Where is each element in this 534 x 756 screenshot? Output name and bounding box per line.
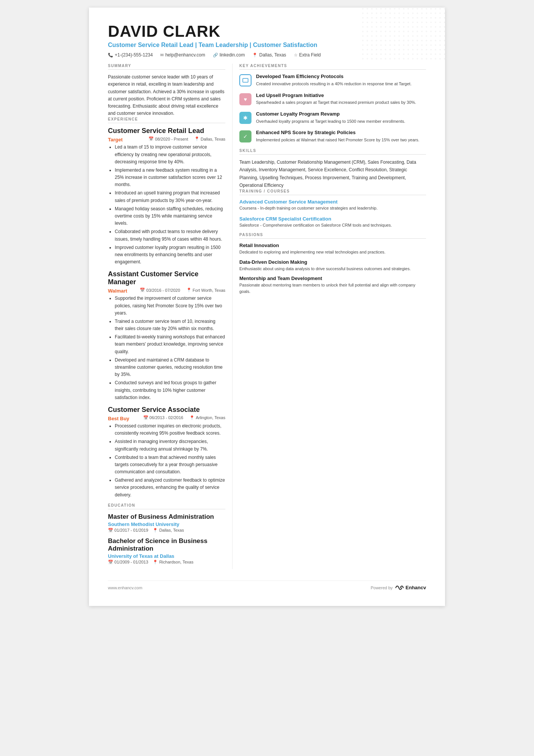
passion-title: Retail Innovation <box>239 243 426 248</box>
job-bullets: Supported the improvement of customer se… <box>108 295 225 401</box>
bullet-item: Improved customer loyalty program result… <box>115 244 225 266</box>
brand-name: Enhancv <box>406 585 426 590</box>
achievement-title: Enhanced NPS Score by Strategic Policies <box>256 130 419 136</box>
pin-icon: 📍 <box>194 136 200 141</box>
job-location: 📍 Fort Worth, Texas <box>186 288 225 293</box>
training-item: Salesforce CRM Specialist Certification … <box>239 216 426 229</box>
employer-name: Target <box>108 137 123 142</box>
phone-icon: 📞 <box>108 53 113 58</box>
bullet-item: Supported the improvement of customer se… <box>115 295 225 317</box>
candidate-name: DAVID CLARK <box>108 23 426 40</box>
achievement-content: Customer Loyalty Program Revamp Overhaul… <box>256 111 405 124</box>
job-location: 📍 Dallas, Texas <box>194 136 225 141</box>
job-bullets: Processed customer inquiries on electron… <box>108 423 225 499</box>
calendar-icon: 📅 <box>140 288 145 293</box>
bullet-item: Introduced an upsell training program th… <box>115 189 225 204</box>
education-section: EDUCATION Master of Business Administrat… <box>108 503 225 565</box>
job-meta: 📅 08/2020 - Present 📍 Dallas, Texas <box>148 136 225 141</box>
bullet-item: Led a team of 15 to improve customer ser… <box>115 144 225 166</box>
passion-desc: Enthusiastic about using data analysis t… <box>239 266 426 272</box>
powered-by-text: Powered by <box>371 585 393 590</box>
job-item: Customer Service Retail Lead Target 📅 08… <box>108 127 225 266</box>
bullet-item: Managed holiday season staffing schedule… <box>115 205 225 227</box>
employer-name: Walmart <box>108 288 127 294</box>
job-location: 📍 Arlington, Texas <box>189 415 225 420</box>
job-dates: 📅 08/2020 - Present <box>148 136 188 141</box>
passion-title: Data-Driven Decision Making <box>239 259 426 265</box>
edu-dates: 📅 01/2009 - 01/2013 <box>108 560 148 565</box>
experience-label: EXPERIENCE <box>108 117 225 123</box>
job-item: Assistant Customer Service Manager Walma… <box>108 270 225 401</box>
achievement-desc: Overhauled loyalty programs at Target le… <box>256 118 405 125</box>
bullet-item: Implemented a new feedback system result… <box>115 167 225 189</box>
education-item: Master of Business Administration Southe… <box>108 513 225 533</box>
training-item: Advanced Customer Service Management Cou… <box>239 199 426 211</box>
passion-desc: Dedicated to exploring and implementing … <box>239 249 426 255</box>
achievement-desc: Created innovative protocols resulting i… <box>256 81 412 87</box>
heart-icon: ♥ <box>244 96 247 102</box>
job-item: Customer Service Associate Best Buy 📅 06… <box>108 406 225 499</box>
degree-title: Master of Business Administration <box>108 513 225 521</box>
achievement-title: Led Upsell Program Initiative <box>256 92 416 99</box>
edu-meta: 📅 01/2009 - 01/2013 📍 Richardson, Texas <box>108 560 225 565</box>
passion-item: Mentorship and Team Development Passiona… <box>239 275 426 294</box>
school-name: Southern Methodist University <box>108 521 225 527</box>
achievements-label: KEY ACHIEVEMENTS <box>239 64 426 70</box>
location-value: Dallas, Texas <box>259 52 286 58</box>
footer: www.enhancv.com Powered by Enhancv <box>108 581 426 591</box>
job-dates: 📅 03/2016 - 07/2020 <box>140 288 180 293</box>
training-desc: Coursera - In-depth training on customer… <box>239 205 426 211</box>
passions-section: PASSIONS Retail Innovation Dedicated to … <box>239 233 426 294</box>
passion-title: Mentorship and Team Development <box>239 275 426 281</box>
edu-dates: 📅 01/2017 - 01/2019 <box>108 528 148 533</box>
achievement-icon: ♥ <box>239 93 251 105</box>
achievement-icon: ✱ <box>239 112 251 124</box>
website-value: linkedin.com <box>220 52 245 58</box>
skills-section: SKILLS Team Leadership, Customer Relatio… <box>239 149 426 189</box>
achievement-item: ✱ Customer Loyalty Program Revamp Overha… <box>239 111 426 124</box>
bullet-item: Assisted in managing inventory discrepan… <box>115 438 225 452</box>
achievement-content: Enhanced NPS Score by Strategic Policies… <box>256 130 419 143</box>
achievement-content: Led Upsell Program Initiative Spearheade… <box>256 92 416 106</box>
bullet-item: Collaborated with product teams to resol… <box>115 228 225 243</box>
bullet-item: Gathered and analyzed customer feedback … <box>115 477 225 499</box>
star-icon: ✱ <box>243 115 248 121</box>
phone-value: +1-(234)-555-1234 <box>115 52 153 58</box>
header: DAVID CLARK Customer Service Retail Lead… <box>108 23 426 58</box>
bullet-item: Developed and maintained a CRM database … <box>115 357 225 379</box>
job-title: Customer Service Associate <box>108 406 225 414</box>
calendar-icon: 📅 <box>148 136 154 141</box>
footer-url: www.enhancv.com <box>108 585 142 590</box>
achievement-desc: Spearheaded a sales program at Target th… <box>256 99 416 106</box>
bullet-item: Facilitated bi-weekly training workshops… <box>115 333 225 355</box>
footer-powered: Powered by Enhancv <box>371 585 426 591</box>
email-value: help@enhancv.com <box>165 52 205 58</box>
website-item: 🔗 linkedin.com <box>213 52 245 58</box>
training-desc: Salesforce - Comprehensive certification… <box>239 222 426 229</box>
achievement-title: Developed Team Efficiency Protocols <box>256 74 412 80</box>
skills-label: SKILLS <box>239 149 426 155</box>
email-icon: ✉ <box>160 53 164 58</box>
extra-item: ☆ Extra Field <box>294 52 321 58</box>
school-name: University of Texas at Dallas <box>108 553 225 559</box>
degree-title: Bachelor of Science in Business Administ… <box>108 537 225 553</box>
training-label: TRAINING / COURSES <box>239 189 426 195</box>
achievement-icon: ✓ <box>239 130 251 142</box>
job-title: Assistant Customer Service Manager <box>108 270 225 286</box>
job-dates: 📅 06/2013 - 02/2016 <box>143 415 183 420</box>
extra-value: Extra Field <box>299 52 321 58</box>
passion-item: Retail Innovation Dedicated to exploring… <box>239 243 426 255</box>
education-label: EDUCATION <box>108 503 225 509</box>
experience-section: EXPERIENCE Customer Service Retail Lead … <box>108 117 225 499</box>
check-icon: ✓ <box>243 133 248 139</box>
training-name: Salesforce CRM Specialist Certification <box>239 216 426 222</box>
left-column: SUMMARY Passionate customer service lead… <box>108 64 225 569</box>
summary-label: SUMMARY <box>108 64 225 70</box>
passion-desc: Passionate about mentoring team members … <box>239 282 426 294</box>
job-meta: 📅 06/2013 - 02/2016 📍 Arlington, Texas <box>143 415 225 420</box>
right-column: KEY ACHIEVEMENTS Developed Team Efficien… <box>239 64 426 569</box>
pin-icon: 📍 <box>186 288 192 293</box>
bullet-item: Contributed to a team that achieved mont… <box>115 454 225 476</box>
link-icon: 🔗 <box>213 53 218 58</box>
candidate-title: Customer Service Retail Lead | Team Lead… <box>108 42 426 49</box>
